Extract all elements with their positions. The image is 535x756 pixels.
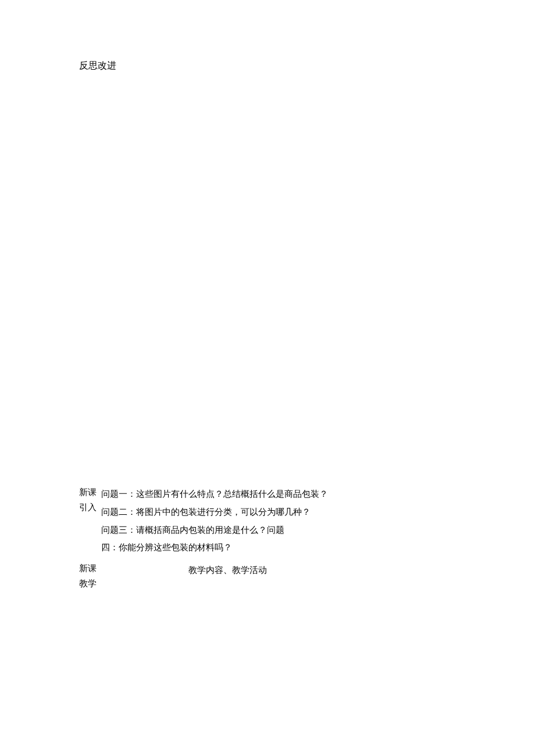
teaching-center-text: 教学内容、教学活动 [101,561,457,579]
teaching-row: 新课 教学 教学内容、教学活动 [79,561,457,591]
teaching-label-line1: 新课 [79,561,101,576]
teaching-label-line2: 教学 [79,576,101,592]
intro-label-line2: 引入 [79,500,101,515]
intro-label-line1: 新课 [79,485,101,500]
question-1: 问题一：这些图片有什么特点？总结概括什么是商品包装？ [101,485,457,503]
question-4: 四：你能分辨这些包装的材料吗？ [101,539,457,557]
question-2: 问题二：将图片中的包装进行分类，可以分为哪几种？ [101,503,457,521]
intro-row: 新课 引入 问题一：这些图片有什么特点？总结概括什么是商品包装？ 问题二：将图片… [79,485,457,557]
intro-questions: 问题一：这些图片有什么特点？总结概括什么是商品包装？ 问题二：将图片中的包装进行… [101,485,457,557]
teaching-label: 新课 教学 [79,561,101,591]
teaching-content: 教学内容、教学活动 [101,561,457,579]
intro-label: 新课 引入 [79,485,101,515]
question-3: 问题三：请概括商品内包装的用途是什么？问题 [101,521,457,539]
reflection-heading: 反思改进 [79,58,116,73]
lesson-section: 新课 引入 问题一：这些图片有什么特点？总结概括什么是商品包装？ 问题二：将图片… [79,485,457,591]
